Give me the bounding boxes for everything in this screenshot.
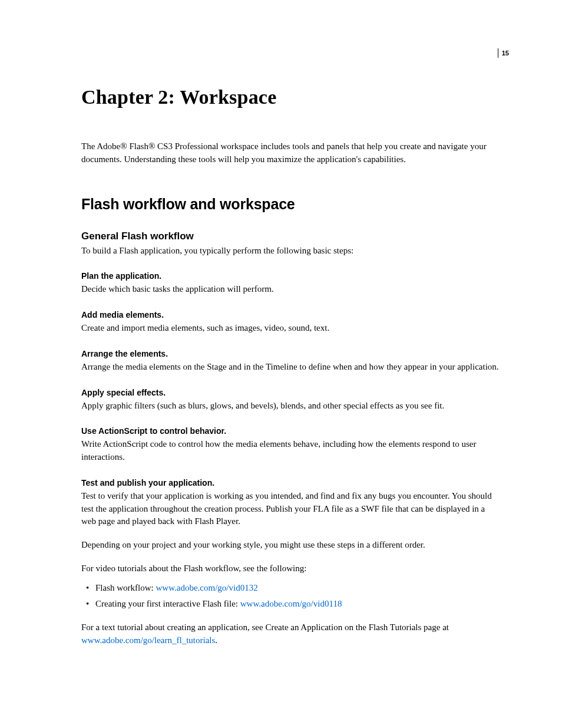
- chapter-title: Chapter 2: Workspace: [81, 86, 500, 108]
- chapter-intro: The Adobe® Flash® CS3 Professional works…: [81, 140, 500, 166]
- link-vid0132[interactable]: www.adobe.com/go/vid0132: [156, 583, 258, 592]
- link-vid0118[interactable]: www.adobe.com/go/vid0118: [240, 599, 342, 608]
- step-body: Test to verify that your application is …: [81, 490, 500, 528]
- paragraph-depending: Depending on your project and your worki…: [81, 539, 500, 552]
- list-item-prefix: Flash workflow:: [95, 583, 156, 592]
- bullet-list: Flash workflow: www.adobe.com/go/vid0132…: [81, 581, 500, 611]
- step-body: Decide which basic tasks the application…: [81, 283, 500, 296]
- section-heading: Flash workflow and workspace: [81, 196, 500, 213]
- text-tutorial-suffix: .: [215, 635, 217, 645]
- step-title: Use ActionScript to control behavior.: [81, 426, 500, 436]
- text-tutorial-prefix: For a text tutorial about creating an ap…: [81, 622, 449, 632]
- step-body: Write ActionScript code to control how t…: [81, 438, 500, 464]
- page-number-container: 15: [498, 48, 509, 58]
- link-learn-fl-tutorials[interactable]: www.adobe.com/go/learn_fl_tutorials: [81, 635, 215, 645]
- step-body: Apply graphic filters (such as blurs, gl…: [81, 400, 500, 413]
- step-title: Arrange the elements.: [81, 349, 500, 358]
- page-number: 15: [502, 50, 509, 57]
- step-title: Apply special effects.: [81, 388, 500, 397]
- subsection-intro: To build a Flash application, you typica…: [81, 245, 500, 258]
- paragraph-video-intro: For video tutorials about the Flash work…: [81, 562, 500, 575]
- step-title: Add media elements.: [81, 310, 500, 319]
- list-item: Creating your first interactive Flash fi…: [81, 597, 500, 611]
- list-item-prefix: Creating your first interactive Flash fi…: [95, 599, 240, 608]
- step-title: Plan the application.: [81, 271, 500, 281]
- step-title: Test and publish your application.: [81, 478, 500, 487]
- page: 15 Chapter 2: Workspace The Adobe® Flash…: [0, 0, 562, 728]
- paragraph-text-tutorial: For a text tutorial about creating an ap…: [81, 621, 500, 647]
- step-body: Arrange the media elements on the Stage …: [81, 361, 500, 374]
- subsection-heading: General Flash workflow: [81, 230, 500, 242]
- step-body: Create and import media elements, such a…: [81, 322, 500, 335]
- list-item: Flash workflow: www.adobe.com/go/vid0132: [81, 581, 500, 595]
- page-number-rule: [498, 48, 498, 58]
